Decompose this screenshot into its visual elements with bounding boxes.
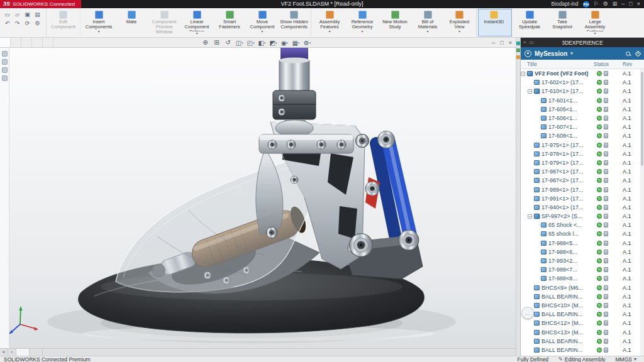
ribbon-button[interactable]: Bill of Materials bbox=[411, 9, 444, 36]
new-document-icon[interactable]: ▭ bbox=[3, 11, 11, 18]
collapse-panel-icon[interactable]: « bbox=[523, 40, 526, 45]
tree-row[interactable]: 17-602<1> (17... ↻ A.1 bbox=[521, 78, 640, 87]
ribbon-button[interactable]: Exploded View bbox=[444, 9, 477, 36]
section-view-icon[interactable]: ◫ bbox=[234, 38, 245, 48]
previous-view-icon[interactable]: ↺ bbox=[223, 38, 233, 48]
compass-icon[interactable] bbox=[525, 50, 531, 57]
tree-row[interactable]: 17-605<1... ↻ A.1 bbox=[521, 105, 640, 114]
file-explorer-tab-icon[interactable] bbox=[516, 55, 520, 59]
panel-scrollbar[interactable] bbox=[640, 69, 644, 356]
tree-row[interactable]: BALL BEARIN... ↻ A.1 bbox=[521, 346, 640, 354]
tree-row[interactable]: 17-987<2> (17... ↻ A.1 bbox=[521, 176, 640, 185]
design-library-tab-icon[interactable] bbox=[516, 48, 520, 52]
tag-icon[interactable] bbox=[635, 50, 641, 57]
apps-grid-icon[interactable]: ⊞ bbox=[613, 0, 618, 8]
tree-row[interactable]: 17-607<1... ↻ A.1 bbox=[521, 123, 640, 131]
ribbon-button[interactable]: Smart Fasteners bbox=[213, 9, 246, 36]
tree-row[interactable]: 17-988<5... ↻ A.1 bbox=[521, 239, 640, 248]
notifications-icon[interactable]: ⚐ bbox=[594, 0, 599, 8]
top-plate[interactable] bbox=[259, 134, 353, 153]
zoom-to-fit-icon[interactable]: ⊕ bbox=[200, 38, 211, 48]
options-icon[interactable]: ⚙ bbox=[33, 19, 42, 27]
scroll-tabs-left-icon[interactable]: ‹ bbox=[8, 349, 16, 356]
tree-row[interactable]: 17-988<7... ↻ A.1 bbox=[521, 265, 640, 274]
tree-row[interactable]: BHCS<9> (M6... ↻ A.1 bbox=[521, 283, 640, 292]
tree-row[interactable]: 65 shock l... ↻ A.1 bbox=[521, 229, 640, 238]
tree-row[interactable]: 17-989<1> (17... ↻ A.1 bbox=[521, 185, 640, 194]
tree-row[interactable]: 17-608<1... ↻ A.1 bbox=[521, 131, 640, 140]
tree-row[interactable]: BALL BEARIN... ↻ A.1 bbox=[521, 292, 640, 301]
units-selector[interactable]: MMGS ▾ bbox=[616, 356, 636, 362]
view-orientation-icon[interactable]: ◰ bbox=[245, 38, 256, 48]
graphics-viewport[interactable] bbox=[0, 48, 516, 348]
feature-manager-tab-icon[interactable] bbox=[2, 51, 8, 57]
tree-row[interactable]: BHCS<12> (M... ↻ A.1 bbox=[521, 319, 640, 327]
commandmanager-tab[interactable] bbox=[0, 38, 11, 47]
tree-row[interactable]: 17-991<1> (17... ↻ A.1 bbox=[521, 194, 640, 203]
ribbon-button[interactable]: Assembly Features bbox=[313, 9, 346, 36]
column-status[interactable]: Status bbox=[594, 61, 623, 67]
study-tab[interactable] bbox=[16, 349, 30, 356]
tree-row[interactable]: BALL BEARIN... ↻ A.1 bbox=[521, 337, 640, 346]
panel-splitter[interactable] bbox=[516, 38, 521, 356]
feature-manager-strip[interactable] bbox=[0, 48, 9, 348]
tree-row[interactable]: 17-979<1> (17... ↻ A.1 bbox=[521, 158, 640, 167]
ribbon-button[interactable]: Move Component bbox=[246, 9, 279, 36]
ribbon-button[interactable]: Edit Component bbox=[48, 9, 80, 36]
pylon[interactable] bbox=[273, 48, 316, 136]
apply-scene-icon[interactable]: ▦ bbox=[291, 38, 301, 48]
ribbon-button[interactable]: Update Speedpak bbox=[513, 9, 546, 36]
commandmanager-tab[interactable] bbox=[11, 38, 21, 47]
tree-row[interactable]: 17-978<1> (17... ↻ A.1 bbox=[521, 150, 640, 158]
account-name[interactable]: Biodapt-ind bbox=[552, 0, 579, 8]
tree-row[interactable]: 17-975<1> (17... ↻ A.1 bbox=[521, 141, 640, 150]
tree-row[interactable]: 17-601<1... ↻ A.1 bbox=[521, 96, 640, 105]
tree-row[interactable]: 65 Shock <... ↻ A.1 bbox=[521, 221, 640, 229]
expand-toggle-icon[interactable] bbox=[528, 89, 532, 94]
tree-row[interactable]: 17-988<8... ↻ A.1 bbox=[521, 274, 640, 283]
ribbon-button[interactable]: Large Assembly Settings bbox=[579, 9, 611, 36]
study-tab[interactable] bbox=[30, 349, 43, 356]
tree-row[interactable]: 17-610<1> (17... ↻ A.1 bbox=[521, 87, 640, 96]
ribbon-button[interactable]: Instant3D bbox=[479, 9, 511, 36]
property-manager-tab-icon[interactable] bbox=[2, 59, 8, 65]
model-render[interactable] bbox=[0, 48, 516, 348]
ribbon-button[interactable]: Mate bbox=[115, 9, 148, 36]
tree-row[interactable]: VF2 Foot (VF2 Foot) ↻ A.1 bbox=[521, 69, 640, 78]
redo-icon[interactable]: ↷ bbox=[13, 19, 21, 27]
view-settings-icon[interactable]: ⚙ bbox=[302, 38, 313, 48]
close-window-icon[interactable]: × bbox=[509, 38, 512, 48]
dimxpert-manager-tab-icon[interactable] bbox=[2, 75, 8, 81]
scroll-tabs-start-icon[interactable]: « bbox=[0, 349, 8, 356]
editing-mode[interactable]: ✎ Editing Assembly bbox=[558, 356, 605, 362]
tree-row[interactable]: BHCS<13> (M... ↻ A.1 bbox=[521, 327, 640, 336]
ribbon-button[interactable]: Take Snapshot bbox=[546, 9, 579, 36]
print-icon[interactable]: ▤ bbox=[33, 11, 42, 18]
configuration-manager-tab-icon[interactable] bbox=[2, 67, 8, 73]
tree-row[interactable]: 17-940<1> (17... ↻ A.1 bbox=[521, 203, 640, 212]
minimize-icon[interactable]: – bbox=[621, 0, 625, 8]
zoom-to-area-icon[interactable]: ⊞ bbox=[211, 38, 222, 48]
ribbon-button[interactable]: Linear Component Pattern bbox=[180, 9, 213, 36]
hide-show-items-icon[interactable]: ◩ bbox=[268, 38, 279, 48]
edit-appearance-icon[interactable]: ◉ bbox=[279, 38, 290, 48]
ribbon-button[interactable]: Show Hidden Components bbox=[279, 9, 311, 36]
ribbon-button[interactable]: Reference Geometry bbox=[346, 9, 379, 36]
tree-row[interactable]: 17-993<2... ↻ A.1 bbox=[521, 256, 640, 265]
chevron-down-icon[interactable]: ▾ bbox=[570, 51, 573, 56]
ribbon-button[interactable]: New Motion Study bbox=[379, 9, 411, 36]
tree-row[interactable]: 17-606<1... ↻ A.1 bbox=[521, 114, 640, 123]
settings-gear-icon[interactable]: ⚙ bbox=[603, 0, 608, 8]
expand-toggle-icon[interactable] bbox=[528, 214, 532, 219]
commandmanager-tab[interactable] bbox=[32, 38, 43, 47]
column-title[interactable]: Title bbox=[521, 61, 594, 67]
save-icon[interactable]: ▣ bbox=[23, 11, 31, 18]
commandmanager-tab[interactable] bbox=[21, 38, 32, 47]
tree-row[interactable]: SP-997<2> (S... ↻ A.1 bbox=[521, 212, 640, 221]
commandmanager-tab[interactable] bbox=[43, 38, 53, 47]
display-style-icon[interactable]: ◧ bbox=[257, 38, 267, 48]
user-avatar[interactable]: PH bbox=[583, 1, 589, 8]
expand-toggle-icon[interactable] bbox=[521, 72, 525, 76]
tree-row[interactable]: 17-988<6... ↻ A.1 bbox=[521, 248, 640, 256]
ribbon-button[interactable]: Insert Components bbox=[82, 9, 115, 36]
